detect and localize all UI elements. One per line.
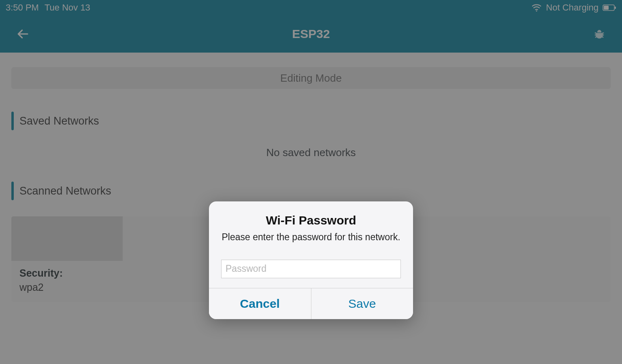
cancel-button[interactable]: Cancel xyxy=(209,288,311,319)
dialog-message: Please enter the password for this netwo… xyxy=(221,231,401,243)
dialog-input-wrap xyxy=(209,251,413,288)
save-button[interactable]: Save xyxy=(311,288,413,319)
dialog-actions: Cancel Save xyxy=(209,288,413,319)
dialog-head: Wi-Fi Password Please enter the password… xyxy=(209,201,413,251)
wifi-password-dialog: Wi-Fi Password Please enter the password… xyxy=(209,201,413,319)
dialog-title: Wi-Fi Password xyxy=(221,214,401,227)
password-input[interactable] xyxy=(221,260,401,278)
